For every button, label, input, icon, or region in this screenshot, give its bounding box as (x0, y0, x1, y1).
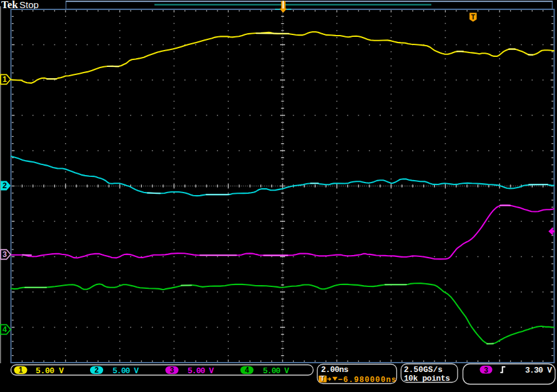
svg-text:3: 3 (484, 366, 488, 374)
svg-text:T: T (320, 374, 324, 382)
svg-text:3: 3 (170, 366, 174, 374)
svg-text:−6.980000ns: −6.980000ns (338, 376, 396, 384)
svg-text:5.00 V: 5.00 V (36, 366, 64, 376)
svg-text:2.00ns: 2.00ns (321, 365, 349, 374)
svg-text:4: 4 (245, 366, 249, 374)
svg-text:10k points: 10k points (404, 374, 450, 383)
svg-text:5.00 V: 5.00 V (188, 366, 214, 376)
svg-text:2: 2 (94, 366, 99, 374)
svg-text:1: 1 (3, 75, 7, 84)
svg-text:1: 1 (19, 366, 23, 374)
svg-text:T: T (471, 13, 475, 21)
svg-text:5.00 V: 5.00 V (113, 366, 139, 376)
svg-text:2: 2 (3, 181, 7, 190)
svg-text:Stop: Stop (19, 0, 39, 10)
svg-text:4: 4 (3, 325, 7, 334)
svg-text:5.00 V: 5.00 V (263, 366, 289, 376)
svg-text:3: 3 (3, 250, 7, 259)
svg-text:3.30 V: 3.30 V (525, 366, 552, 375)
